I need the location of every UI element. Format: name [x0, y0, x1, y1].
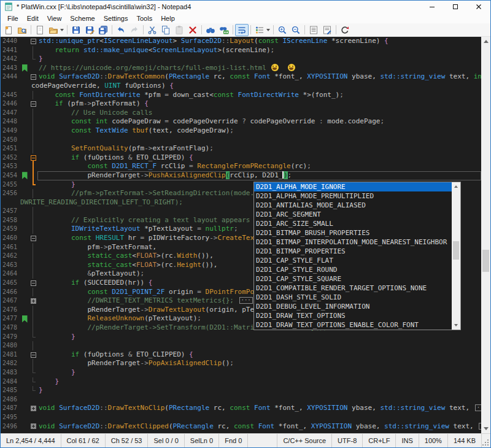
fold-margin[interactable]	[29, 234, 37, 243]
line-number[interactable]: 2458	[1, 216, 20, 225]
code-line[interactable]: 2444void SurfaceD2D::DrawTextCommon(PRec…	[1, 72, 481, 82]
redo-button[interactable]	[128, 24, 141, 36]
fold-margin[interactable]	[29, 216, 37, 225]
code-text[interactable]: const D2D1_RECT_F rcClip = RectangleFrom…	[37, 162, 481, 171]
code-text[interactable]: if (pfm->pTextFormat) {	[37, 99, 481, 109]
fold-margin[interactable]	[29, 413, 37, 422]
fold-margin[interactable]	[29, 252, 37, 261]
save-as-button[interactable]	[83, 24, 96, 36]
code-text[interactable]: void SurfaceD2D::DrawTextCommon(PRectang…	[37, 72, 481, 82]
bookmark-margin[interactable]	[20, 261, 29, 270]
status-cell[interactable]: C/C++ Source	[277, 434, 332, 447]
code-text[interactable]: // https://unicode.org/emoji/charts/full…	[37, 64, 481, 73]
line-number[interactable]: 2478	[1, 323, 20, 333]
fold-collapse-icon[interactable]	[31, 280, 36, 286]
scroll-down-icon[interactable]	[452, 321, 460, 330]
autocomplete-item[interactable]: D2D1_ALPHA_MODE_IGNORE	[254, 182, 452, 191]
editor-scrollbar[interactable]	[481, 37, 490, 433]
fold-margin[interactable]	[29, 261, 37, 270]
autocomplete-item[interactable]: D2D1_DEBUG_LEVEL_INFORMATION	[254, 302, 452, 311]
fold-margin[interactable]	[29, 162, 37, 171]
line-number[interactable]: 2440	[1, 37, 20, 46]
bookmark-margin[interactable]	[20, 180, 29, 190]
line-number[interactable]: 2452	[1, 153, 20, 163]
autocomplete-item[interactable]: D2D1_ANTIALIAS_MODE_ALIASED	[254, 201, 452, 210]
code-text[interactable]: if (fuOptions & ETO_CLIPPED) {	[37, 350, 481, 360]
bookmark-margin[interactable]	[20, 404, 29, 413]
open-file-button[interactable]	[47, 24, 65, 36]
fold-margin[interactable]	[29, 377, 37, 387]
bookmark-margin[interactable]	[20, 189, 29, 198]
bookmark-margin[interactable]	[20, 314, 29, 323]
line-number[interactable]: 2454	[1, 171, 20, 180]
code-line[interactable]: 2496void SurfaceD2D::DrawTextClipped(PRe…	[1, 422, 481, 431]
bookmark-margin[interactable]	[20, 306, 29, 315]
bookmark-margin[interactable]	[20, 279, 29, 288]
fold-margin[interactable]	[29, 91, 37, 100]
line-number[interactable]: 2496	[1, 422, 20, 431]
line-number[interactable]: 2483	[1, 368, 20, 377]
code-line[interactable]: 2479 }	[1, 333, 481, 342]
reload-button[interactable]	[338, 24, 352, 36]
scroll-down-icon[interactable]	[481, 424, 490, 433]
status-cell[interactable]: Sel 0 / 0	[148, 434, 184, 447]
fold-margin[interactable]	[29, 180, 37, 190]
fold-margin[interactable]	[29, 64, 37, 73]
line-number[interactable]: 2462	[1, 252, 20, 261]
fold-margin[interactable]	[29, 386, 37, 395]
menu-tools[interactable]: Tools	[132, 14, 157, 23]
autocomplete-item[interactable]: D2D1_CAP_STYLE_FLAT	[254, 256, 452, 265]
bookmark-margin[interactable]	[20, 341, 29, 350]
code-line[interactable]: 2454 pRenderTarget->PushAxisAlignedClip(…	[1, 171, 481, 180]
bookmark-margin[interactable]	[20, 117, 29, 126]
close-button[interactable]	[467, 1, 490, 13]
line-number[interactable]: 2443	[1, 64, 20, 73]
autocomplete-item[interactable]: D2D1_BITMAP_PROPERTIES	[254, 247, 452, 256]
code-line[interactable]: 2495	[1, 413, 481, 422]
bookmark-margin[interactable]	[20, 64, 29, 73]
fold-margin[interactable]	[29, 46, 37, 55]
fold-margin[interactable]	[29, 171, 37, 180]
code-text[interactable]	[37, 395, 481, 404]
line-number[interactable]: 2487	[1, 404, 20, 413]
bookmark-margin[interactable]	[20, 243, 29, 252]
fold-expand-icon[interactable]	[31, 423, 36, 429]
code-line[interactable]: 2481 if (fuOptions & ETO_CLIPPED) {	[1, 350, 481, 360]
status-cell[interactable]: CR+LF	[363, 434, 396, 447]
fold-margin[interactable]	[29, 288, 37, 297]
fold-margin[interactable]	[29, 333, 37, 342]
fold-expand-icon[interactable]	[31, 406, 36, 411]
code-line[interactable]: 2441 return std::make_unique<ScreenLineL…	[1, 46, 481, 55]
line-number[interactable]: 2445	[1, 91, 20, 100]
scroll-up-icon[interactable]	[481, 37, 490, 46]
line-number[interactable]: 2456	[1, 189, 20, 198]
code-text[interactable]: }	[37, 368, 481, 377]
status-cell[interactable]: SelLn 0	[185, 434, 219, 447]
bookmark-margin[interactable]	[20, 126, 29, 136]
browse-button[interactable]	[15, 24, 29, 36]
bookmark-margin[interactable]	[20, 269, 29, 279]
fold-collapse-icon[interactable]	[31, 352, 36, 358]
line-number[interactable]: 2461	[1, 243, 20, 252]
line-numbers-button[interactable]	[307, 24, 320, 36]
menu-settings[interactable]: Settings	[99, 14, 133, 23]
bookmark-margin[interactable]	[20, 350, 29, 360]
bookmark-margin[interactable]	[20, 413, 29, 422]
line-number[interactable]: 2480	[1, 341, 20, 350]
status-cell[interactable]: 100%	[419, 434, 448, 447]
bookmark-margin[interactable]	[20, 109, 29, 118]
status-cell[interactable]: UTF-8	[332, 434, 363, 447]
resize-grip[interactable]	[482, 434, 490, 447]
bookmark-margin[interactable]	[20, 225, 29, 234]
fold-margin[interactable]	[29, 359, 37, 368]
zoom-in-button[interactable]	[276, 24, 289, 36]
autocomplete-item[interactable]: D2D1_CAP_STYLE_SQUARE	[254, 274, 452, 284]
code-line[interactable]: 2445 const FontDirectWrite *pfm = down_c…	[1, 91, 481, 100]
line-number[interactable]: 2484	[1, 377, 20, 387]
autocomplete-item[interactable]: D2D1_BITMAP_INTERPOLATION_MODE_NEAREST_N…	[254, 238, 452, 247]
line-number[interactable]: 2459	[1, 225, 20, 234]
bookmark-margin[interactable]	[20, 144, 29, 153]
fold-margin[interactable]	[29, 323, 37, 333]
autocomplete-item[interactable]: D2D1_ARC_SEGMENT	[254, 210, 452, 219]
fold-margin[interactable]	[29, 350, 37, 360]
